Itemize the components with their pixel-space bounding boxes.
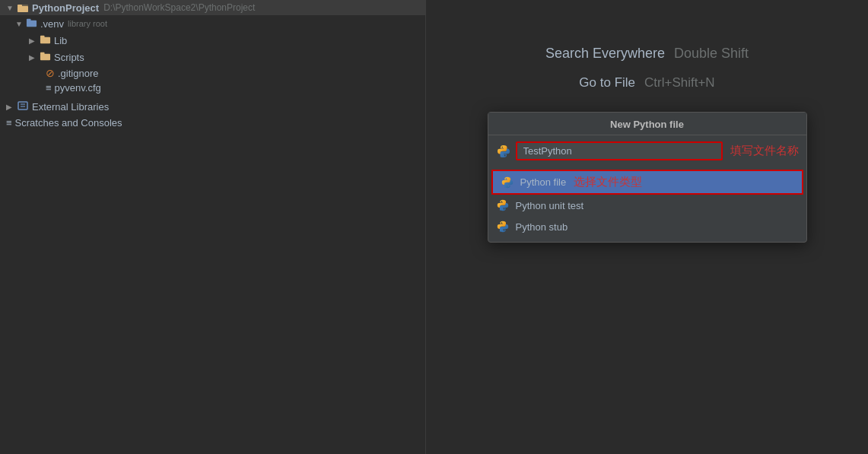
- svg-rect-3: [27, 21, 37, 27]
- project-path-label: D:\PythonWorkSpace2\PythonProject: [103, 2, 255, 13]
- dialog-title: New Python file: [488, 113, 806, 135]
- filename-input-row: 填写文件名称: [488, 135, 806, 167]
- external-libraries-item[interactable]: External Libraries: [0, 98, 425, 116]
- python-file-icon: [501, 176, 514, 189]
- scratches-label: Scratches and Consoles: [15, 117, 122, 129]
- fill-annotation: 填写文件名称: [730, 144, 799, 158]
- svg-rect-6: [40, 36, 45, 38]
- chevron-ext-libs: [6, 103, 17, 111]
- python-file-label: Python file: [520, 176, 567, 188]
- new-python-file-dialog: New Python file: [488, 112, 807, 243]
- project-folder-icon: [17, 2, 29, 14]
- python-unit-test-icon: [496, 198, 510, 212]
- project-root[interactable]: PythonProject D:\PythonWorkSpace2\Python…: [0, 0, 425, 15]
- scratches-icon: ≡: [6, 117, 12, 129]
- svg-rect-7: [40, 54, 50, 60]
- lib-label: Lib: [54, 35, 67, 46]
- library-root-label: library root: [68, 19, 107, 28]
- chevron-lib: [29, 37, 40, 45]
- scripts-label: Scripts: [54, 52, 84, 63]
- select-annotation: 选择文件类型: [574, 175, 642, 189]
- search-everywhere-hint: Search Everywhere Double Shift: [545, 46, 749, 62]
- pyvenv-item[interactable]: ≡ pyvenv.cfg: [0, 81, 425, 95]
- svg-rect-2: [17, 5, 22, 7]
- project-name-label: PythonProject: [32, 2, 99, 14]
- python-unit-test-item[interactable]: Python unit test: [488, 195, 806, 216]
- venv-item[interactable]: .venv library root: [0, 15, 425, 32]
- scratches-item[interactable]: ≡ Scratches and Consoles: [0, 116, 425, 130]
- python-stub-icon: [496, 220, 510, 233]
- svg-rect-5: [40, 37, 50, 43]
- search-everywhere-shortcut: Double Shift: [674, 46, 749, 62]
- pyvenv-label: pyvenv.cfg: [55, 82, 101, 94]
- search-everywhere-label: Search Everywhere: [545, 46, 665, 62]
- main-area: Search Everywhere Double Shift Go to Fil…: [426, 0, 868, 454]
- ext-libraries-label: External Libraries: [32, 101, 109, 113]
- chevron-project: [6, 4, 17, 12]
- scripts-folder-icon: [40, 50, 51, 64]
- python-file-item-wrapper: Python file 选择文件类型: [490, 170, 805, 195]
- svg-rect-9: [18, 102, 27, 110]
- venv-label: .venv: [40, 18, 64, 30]
- svg-rect-4: [27, 19, 31, 21]
- python-stub-item[interactable]: Python stub: [488, 216, 806, 237]
- sidebar: PythonProject D:\PythonWorkSpace2\Python…: [0, 0, 426, 454]
- gitignore-label: .gitignore: [58, 68, 98, 79]
- filetype-list: Python file 选择文件类型: [488, 167, 806, 242]
- python-file-item[interactable]: Python file 选择文件类型: [491, 170, 803, 195]
- python-orange-icon: [496, 144, 511, 159]
- python-stub-label: Python stub: [516, 221, 568, 233]
- chevron-scripts: [29, 53, 40, 62]
- goto-file-hint: Go to File Ctrl+Shift+N: [579, 75, 714, 90]
- goto-file-label: Go to File: [579, 75, 635, 90]
- svg-rect-8: [40, 52, 45, 55]
- venv-folder-icon: [26, 17, 37, 30]
- cfg-icon: ≡: [46, 82, 52, 94]
- svg-rect-1: [17, 6, 28, 12]
- gitignore-icon: ⊘: [46, 67, 55, 79]
- scripts-item[interactable]: Scripts: [0, 49, 425, 65]
- goto-file-shortcut: Ctrl+Shift+N: [644, 75, 715, 90]
- lib-item[interactable]: Lib: [0, 32, 425, 49]
- python-unit-test-label: Python unit test: [516, 200, 584, 211]
- filename-input[interactable]: [516, 141, 723, 160]
- gitignore-item[interactable]: ⊘ .gitignore: [0, 65, 425, 81]
- ext-libs-icon: [17, 100, 29, 114]
- lib-folder-icon: [40, 33, 51, 47]
- chevron-venv: [15, 20, 26, 28]
